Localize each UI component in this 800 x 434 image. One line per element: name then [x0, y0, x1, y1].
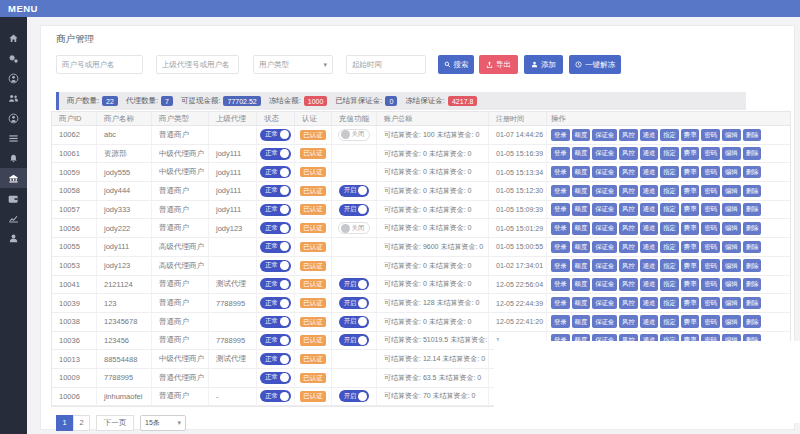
sidebar-item-account[interactable]	[0, 68, 27, 88]
status-toggle[interactable]: 正常	[260, 204, 291, 216]
action-button-编辑[interactable]: 编辑	[722, 241, 741, 254]
action-button-风控[interactable]: 风控	[619, 185, 638, 198]
page-button-1[interactable]: 1	[56, 415, 73, 431]
action-button-额度[interactable]: 额度	[572, 147, 591, 160]
auth-badge[interactable]: 已认证	[300, 261, 326, 271]
action-button-密码[interactable]: 密码	[701, 241, 720, 254]
auth-badge[interactable]: 已认证	[300, 148, 326, 158]
action-button-密码[interactable]: 密码	[701, 147, 720, 160]
action-button-风控[interactable]: 风控	[619, 315, 638, 328]
action-button-登录[interactable]: 登录	[551, 129, 570, 142]
auth-badge[interactable]: 已认证	[300, 130, 326, 140]
sidebar-item-merchants[interactable]	[0, 168, 27, 188]
action-button-风控[interactable]: 风控	[619, 222, 638, 235]
action-button-通道[interactable]: 通道	[640, 278, 659, 291]
action-button-通道[interactable]: 通道	[640, 147, 659, 160]
action-button-指定[interactable]: 指定	[660, 278, 679, 291]
auth-badge[interactable]: 已认证	[300, 298, 326, 308]
action-button-删除[interactable]: 删除	[743, 129, 762, 142]
next-page-button[interactable]: 下一页	[96, 415, 134, 431]
action-button-删除[interactable]: 删除	[743, 297, 762, 310]
action-button-风控[interactable]: 风控	[619, 129, 638, 142]
action-button-密码[interactable]: 密码	[701, 259, 720, 272]
action-button-额度[interactable]: 额度	[572, 185, 591, 198]
action-button-登录[interactable]: 登录	[551, 222, 570, 235]
recharge-toggle-on[interactable]: 开启	[339, 278, 370, 290]
status-toggle[interactable]: 正常	[260, 260, 291, 272]
action-button-删除[interactable]: 删除	[743, 166, 762, 179]
action-button-密码[interactable]: 密码	[701, 297, 720, 310]
action-button-保证金[interactable]: 保证金	[592, 166, 617, 179]
action-button-登录[interactable]: 登录	[551, 185, 570, 198]
action-button-登录[interactable]: 登录	[551, 297, 570, 310]
action-button-密码[interactable]: 密码	[701, 129, 720, 142]
action-button-额度[interactable]: 额度	[572, 297, 591, 310]
action-button-指定[interactable]: 指定	[660, 166, 679, 179]
sidebar-item-user[interactable]	[0, 228, 27, 248]
action-button-登录[interactable]: 登录	[551, 259, 570, 272]
action-button-编辑[interactable]: 编辑	[722, 166, 741, 179]
recharge-toggle-on[interactable]: 开启	[339, 334, 370, 346]
recharge-toggle-on[interactable]: 开启	[339, 204, 370, 216]
action-button-密码[interactable]: 密码	[701, 185, 720, 198]
status-toggle[interactable]: 正常	[260, 185, 291, 197]
start-time-input[interactable]	[346, 55, 426, 74]
page-size-select[interactable]: 15条▾	[140, 415, 186, 431]
status-toggle[interactable]: 正常	[260, 278, 291, 290]
sidebar-item-home[interactable]	[0, 28, 27, 48]
auth-badge[interactable]: 已认证	[300, 204, 326, 214]
status-toggle[interactable]: 正常	[260, 372, 291, 384]
action-button-密码[interactable]: 密码	[701, 278, 720, 291]
action-button-额度[interactable]: 额度	[572, 222, 591, 235]
status-toggle[interactable]: 正常	[260, 297, 291, 309]
recharge-toggle-off[interactable]: 关闭	[338, 222, 371, 234]
action-button-保证金[interactable]: 保证金	[592, 241, 617, 254]
action-button-通道[interactable]: 通道	[640, 129, 659, 142]
action-button-费率[interactable]: 费率	[681, 166, 700, 179]
page-button-2[interactable]: 2	[73, 415, 90, 431]
action-button-指定[interactable]: 指定	[660, 147, 679, 160]
auth-badge[interactable]: 已认证	[300, 317, 326, 327]
agent-id-input[interactable]	[156, 55, 239, 74]
action-button-删除[interactable]: 删除	[743, 147, 762, 160]
auth-badge[interactable]: 已认证	[300, 279, 326, 289]
user-type-select[interactable]: 用户类型 ▾	[253, 55, 333, 74]
action-button-费率[interactable]: 费率	[681, 259, 700, 272]
action-button-删除[interactable]: 删除	[743, 222, 762, 235]
action-button-删除[interactable]: 删除	[743, 185, 762, 198]
action-button-风控[interactable]: 风控	[619, 297, 638, 310]
menu-toggle[interactable]: MENU	[8, 3, 38, 14]
action-button-指定[interactable]: 指定	[660, 259, 679, 272]
action-button-保证金[interactable]: 保证金	[592, 259, 617, 272]
action-button-费率[interactable]: 费率	[681, 297, 700, 310]
recharge-toggle-on[interactable]: 开启	[339, 297, 370, 309]
add-button[interactable]: 添加	[524, 55, 563, 74]
action-button-费率[interactable]: 费率	[681, 203, 700, 216]
action-button-编辑[interactable]: 编辑	[722, 203, 741, 216]
action-button-风控[interactable]: 风控	[619, 278, 638, 291]
action-button-编辑[interactable]: 编辑	[722, 278, 741, 291]
export-button[interactable]: 导出	[479, 55, 518, 74]
action-button-登录[interactable]: 登录	[551, 147, 570, 160]
action-button-指定[interactable]: 指定	[660, 297, 679, 310]
action-button-费率[interactable]: 费率	[681, 241, 700, 254]
action-button-编辑[interactable]: 编辑	[722, 222, 741, 235]
action-button-密码[interactable]: 密码	[701, 315, 720, 328]
action-button-通道[interactable]: 通道	[640, 315, 659, 328]
action-button-编辑[interactable]: 编辑	[722, 297, 741, 310]
sidebar-item-reports[interactable]	[0, 208, 27, 228]
action-button-登录[interactable]: 登录	[551, 241, 570, 254]
action-button-费率[interactable]: 费率	[681, 129, 700, 142]
action-button-删除[interactable]: 删除	[743, 278, 762, 291]
action-button-删除[interactable]: 删除	[743, 259, 762, 272]
action-button-费率[interactable]: 费率	[681, 147, 700, 160]
action-button-指定[interactable]: 指定	[660, 129, 679, 142]
action-button-指定[interactable]: 指定	[660, 203, 679, 216]
action-button-费率[interactable]: 费率	[681, 278, 700, 291]
action-button-保证金[interactable]: 保证金	[592, 222, 617, 235]
action-button-额度[interactable]: 额度	[572, 129, 591, 142]
sidebar-item-profile[interactable]	[0, 108, 27, 128]
recharge-toggle-on[interactable]: 开启	[339, 185, 370, 197]
action-button-通道[interactable]: 通道	[640, 203, 659, 216]
action-button-费率[interactable]: 费率	[681, 222, 700, 235]
